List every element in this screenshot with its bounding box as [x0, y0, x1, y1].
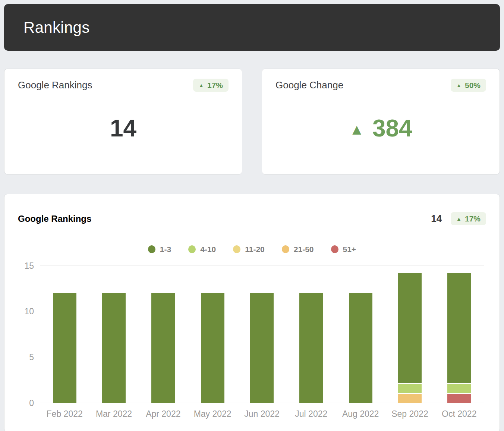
- rankings-page: Rankings Google Rankings ▲ 17% 14 Google…: [0, 0, 504, 431]
- y-axis-tick: 5: [16, 353, 34, 362]
- bar-slot: [139, 266, 188, 403]
- bar-apr-2022[interactable]: [151, 266, 175, 403]
- bar-slot: [385, 266, 434, 403]
- bar-segment-1-3[interactable]: [250, 293, 274, 403]
- bar-slot: [435, 266, 484, 403]
- bar-slot: [89, 266, 138, 403]
- change-badge: ▲ 50%: [451, 79, 486, 92]
- x-axis-label: Apr 2022: [139, 409, 188, 419]
- x-axis-labels: Feb 2022Mar 2022Apr 2022May 2022Jun 2022…: [40, 409, 484, 419]
- bar-slot: [237, 266, 286, 403]
- stacked-bar-chart: 051015: [40, 266, 484, 403]
- legend-dot-icon: [188, 245, 196, 253]
- y-axis-tick: 15: [16, 261, 34, 270]
- card-header: Google Rankings ▲ 17%: [18, 79, 229, 92]
- legend-label: 4-10: [200, 245, 216, 254]
- chart-legend: 1-34-1011-2021-5051+: [4, 245, 500, 254]
- y-axis-tick: 10: [16, 307, 34, 316]
- bar-segment-21-50[interactable]: [398, 394, 422, 403]
- x-axis-label: Mar 2022: [89, 409, 138, 419]
- bar-slot: [287, 266, 336, 403]
- bars-row: [40, 266, 484, 403]
- up-arrow-icon: ▲: [199, 83, 204, 88]
- badge-value: 17%: [465, 215, 481, 223]
- bar-oct-2022[interactable]: [447, 266, 471, 403]
- x-axis-label: Jun 2022: [237, 409, 286, 419]
- google-change-stat-card: Google Change ▲ 50% ▲ 384: [262, 69, 500, 174]
- bar-aug-2022[interactable]: [349, 266, 372, 403]
- y-axis-tick: 0: [16, 399, 34, 407]
- bar-segment-1-3[interactable]: [299, 293, 323, 403]
- legend-item-4-10[interactable]: 4-10: [188, 245, 216, 254]
- bar-slot: [188, 266, 237, 403]
- card-title: Google Change: [275, 79, 343, 91]
- x-axis-label: Oct 2022: [435, 409, 484, 419]
- chart-header: Google Rankings 14 ▲ 17%: [4, 206, 500, 232]
- stat-number: 384: [372, 114, 412, 142]
- bar-mar-2022[interactable]: [102, 266, 126, 403]
- stat-value: ▲ 384: [275, 92, 486, 164]
- badge-value: 50%: [465, 81, 481, 89]
- x-axis-label: Feb 2022: [40, 409, 89, 419]
- x-axis-label: Aug 2022: [336, 409, 385, 419]
- badge-value: 17%: [207, 81, 223, 89]
- legend-label: 1-3: [160, 245, 171, 254]
- bar-segment-51+[interactable]: [447, 394, 471, 403]
- bar-segment-1-3[interactable]: [201, 293, 224, 403]
- bar-segment-1-3[interactable]: [102, 293, 126, 403]
- x-axis-label: May 2022: [188, 409, 237, 419]
- legend-label: 51+: [343, 245, 356, 254]
- bar-sep-2022[interactable]: [398, 266, 422, 403]
- bar-slot: [336, 266, 385, 403]
- stats-row: Google Rankings ▲ 17% 14 Google Change ▲…: [4, 69, 500, 174]
- up-arrow-icon: ▲: [349, 120, 364, 137]
- bar-segment-4-10[interactable]: [398, 384, 422, 393]
- bar-segment-1-3[interactable]: [447, 273, 471, 383]
- change-badge: ▲ 17%: [451, 212, 486, 225]
- x-axis-label: Sep 2022: [385, 409, 434, 419]
- chart-summary: 14 ▲ 17%: [431, 212, 486, 225]
- google-rankings-stat-card: Google Rankings ▲ 17% 14: [4, 69, 242, 174]
- legend-item-21-50[interactable]: 21-50: [282, 245, 314, 254]
- legend-item-51+[interactable]: 51+: [331, 245, 356, 254]
- card-title: Google Rankings: [18, 79, 92, 91]
- bar-segment-1-3[interactable]: [151, 293, 175, 403]
- page-header: Rankings: [4, 4, 500, 51]
- legend-dot-icon: [331, 245, 338, 253]
- bar-segment-1-3[interactable]: [398, 273, 422, 383]
- bar-segment-1-3[interactable]: [349, 293, 372, 403]
- bar-slot: [40, 266, 89, 403]
- x-axis-label: Jul 2022: [287, 409, 336, 419]
- bar-may-2022[interactable]: [201, 266, 224, 403]
- legend-dot-icon: [233, 245, 240, 253]
- card-header: Google Change ▲ 50%: [275, 79, 486, 92]
- legend-label: 21-50: [294, 245, 314, 254]
- legend-item-11-20[interactable]: 11-20: [233, 245, 265, 254]
- bar-jul-2022[interactable]: [299, 266, 323, 403]
- legend-item-1-3[interactable]: 1-3: [148, 245, 171, 254]
- bar-segment-1-3[interactable]: [53, 293, 76, 403]
- up-arrow-icon: ▲: [456, 216, 462, 221]
- change-badge: ▲ 17%: [193, 79, 229, 92]
- page-title: Rankings: [23, 19, 90, 37]
- chart-title: Google Rankings: [18, 214, 91, 224]
- summary-value: 14: [431, 213, 442, 224]
- legend-dot-icon: [282, 245, 289, 253]
- legend-label: 11-20: [245, 245, 265, 254]
- bar-segment-4-10[interactable]: [447, 384, 471, 393]
- google-rankings-chart-card: Google Rankings 14 ▲ 17% 1-34-1011-2021-…: [4, 194, 500, 431]
- bar-feb-2022[interactable]: [53, 266, 76, 403]
- up-arrow-icon: ▲: [456, 83, 462, 88]
- stat-value: 14: [18, 92, 229, 164]
- legend-dot-icon: [148, 245, 155, 253]
- bar-jun-2022[interactable]: [250, 266, 274, 403]
